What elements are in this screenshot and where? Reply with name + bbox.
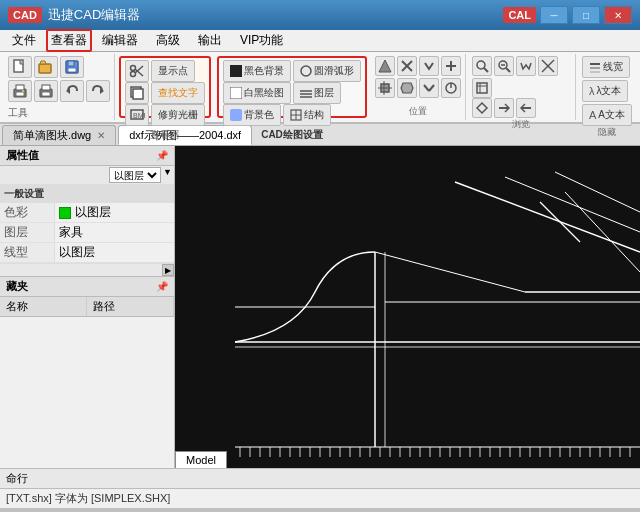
svg-rect-7 — [16, 92, 24, 96]
menu-output[interactable]: 输出 — [190, 30, 230, 51]
app-title: 迅捷CAD编辑器 — [48, 6, 140, 24]
svg-rect-28 — [230, 109, 242, 121]
main-area: 属性值 📌 以图层 ▼ 一般设置 色彩 以图层 图层 — [0, 146, 640, 468]
bookmarks-columns: 名称 路径 — [0, 297, 174, 317]
property-layer-value[interactable]: 家具 — [55, 223, 174, 242]
property-linetype-value[interactable]: 以图层 — [55, 243, 174, 262]
command-bar: 命行 — [0, 468, 640, 488]
print-button[interactable] — [8, 80, 32, 102]
position-group-label: 位置 — [375, 105, 461, 118]
copy-emf-button[interactable] — [125, 82, 149, 104]
clipboard-group-label: 工具 — [8, 104, 110, 120]
pos-btn-3[interactable] — [419, 56, 439, 76]
linewidth-button[interactable]: 线宽 — [582, 56, 630, 78]
browse-group: 浏览 — [468, 54, 576, 120]
print2-button[interactable] — [34, 80, 58, 102]
structure-button[interactable]: 结构 — [283, 104, 331, 126]
open-button[interactable] — [34, 56, 58, 78]
toolbar-clipboard-group: 工具 — [4, 54, 115, 120]
titlebar-left: CAD 迅捷CAD编辑器 — [8, 6, 140, 24]
svg-line-112 — [375, 252, 525, 292]
position-group: 位置 — [371, 54, 466, 120]
tab-dwg-close[interactable]: ✕ — [97, 130, 105, 141]
pos-btn-4[interactable] — [441, 56, 461, 76]
browse-btn-7[interactable] — [494, 98, 514, 118]
svg-rect-3 — [68, 61, 74, 66]
bg-color-button[interactable]: 背景色 — [223, 104, 281, 126]
undo-button[interactable] — [60, 80, 84, 102]
status-info: [TXT.shx] 字体为 [SIMPLEX.SHX] — [6, 491, 170, 506]
browse-btn-4[interactable] — [538, 56, 558, 76]
browse-btn-3[interactable] — [516, 56, 536, 76]
svg-marker-32 — [379, 60, 391, 72]
pos-btn-5[interactable] — [375, 78, 395, 98]
menu-editor[interactable]: 编辑器 — [94, 30, 146, 51]
svg-line-41 — [424, 85, 429, 91]
bw-drawing-button[interactable]: 白黑绘图 — [223, 82, 291, 104]
property-layer-row: 图层 家具 — [0, 223, 174, 243]
menu-advanced[interactable]: 高级 — [148, 30, 188, 51]
lambda-text-button[interactable]: λ λ文本 — [582, 80, 629, 102]
drawing-canvas-area[interactable]: Model — [175, 146, 640, 468]
browse-btn-2[interactable] — [494, 56, 514, 76]
properties-dropdown[interactable]: 以图层 — [109, 167, 161, 183]
svg-line-42 — [429, 85, 434, 91]
svg-rect-1 — [39, 64, 51, 73]
property-color-row: 色彩 以图层 — [0, 203, 174, 223]
bookmarks-col-path: 路径 — [87, 297, 174, 316]
cad-settings-label: CAD绘图设置 — [223, 128, 361, 142]
svg-marker-55 — [477, 103, 487, 113]
bookmarks-section: 藏夹 📌 名称 路径 — [0, 277, 174, 468]
svg-marker-52 — [477, 83, 487, 93]
svg-rect-11 — [42, 92, 50, 96]
svg-line-46 — [484, 68, 488, 72]
a-text-button[interactable]: A A文本 — [582, 104, 632, 126]
menu-vip[interactable]: VIP功能 — [232, 30, 291, 51]
pos-btn-1[interactable] — [375, 56, 395, 76]
copy-bmp-button[interactable]: BMP — [125, 104, 149, 126]
svg-marker-40 — [401, 83, 413, 93]
menu-viewer[interactable]: 查看器 — [46, 29, 92, 52]
layers-button[interactable]: 图层 — [293, 82, 341, 104]
save-button[interactable] — [60, 56, 84, 78]
bookmarks-header: 藏夹 📌 — [0, 277, 174, 297]
pos-btn-2[interactable] — [397, 56, 417, 76]
trim-raster-button[interactable]: 修剪光栅 — [151, 104, 205, 126]
svg-line-65 — [455, 182, 640, 252]
smooth-arc-button[interactable]: 圆滑弧形 — [293, 60, 361, 82]
close-button[interactable]: ✕ — [604, 6, 632, 24]
svg-text:BMP: BMP — [133, 112, 145, 119]
model-tab[interactable]: Model — [175, 451, 227, 468]
tab-dwg[interactable]: 简单滴图块.dwg ✕ — [2, 125, 116, 145]
menu-file[interactable]: 文件 — [4, 30, 44, 51]
sidebar: 属性值 📌 以图层 ▼ 一般设置 色彩 以图层 图层 — [0, 146, 175, 468]
new-button[interactable] — [8, 56, 32, 78]
browse-btn-1[interactable] — [472, 56, 492, 76]
minimize-button[interactable]: ─ — [540, 6, 568, 24]
svg-rect-6 — [16, 85, 24, 90]
browse-btn-5[interactable] — [472, 78, 492, 98]
bookmarks-pin-icon[interactable]: 📌 — [156, 281, 168, 292]
maximize-button[interactable]: □ — [572, 6, 600, 24]
black-bg-button[interactable]: 黑色背景 — [223, 60, 291, 82]
pos-btn-8[interactable] — [441, 78, 461, 98]
properties-pin-icon[interactable]: 📌 — [156, 150, 168, 161]
hscroll-right[interactable]: ▶ — [162, 264, 174, 276]
property-color-value[interactable]: 以图层 — [55, 203, 174, 222]
svg-line-66 — [505, 177, 640, 232]
hide-group: 线宽 λ λ文本 A A文本 隐藏 — [578, 54, 636, 120]
redo-button[interactable] — [86, 80, 110, 102]
pos-btn-7[interactable] — [419, 78, 439, 98]
pos-btn-6[interactable] — [397, 78, 417, 98]
property-linetype-label: 线型 — [0, 243, 55, 262]
find-text-button[interactable]: 查找文字 — [151, 82, 205, 104]
browse-btn-8[interactable] — [516, 98, 536, 118]
bookmarks-title: 藏夹 — [6, 279, 28, 294]
property-linetype-row: 线型 以图层 — [0, 243, 174, 263]
status-bar: [TXT.shx] 字体为 [SIMPLEX.SHX] — [0, 488, 640, 508]
browse-btn-6[interactable] — [472, 98, 492, 118]
scissors-button[interactable] — [125, 60, 149, 82]
cad-drawing — [175, 146, 640, 468]
svg-line-48 — [506, 68, 510, 72]
show-points-button[interactable]: 显示点 — [151, 60, 195, 82]
